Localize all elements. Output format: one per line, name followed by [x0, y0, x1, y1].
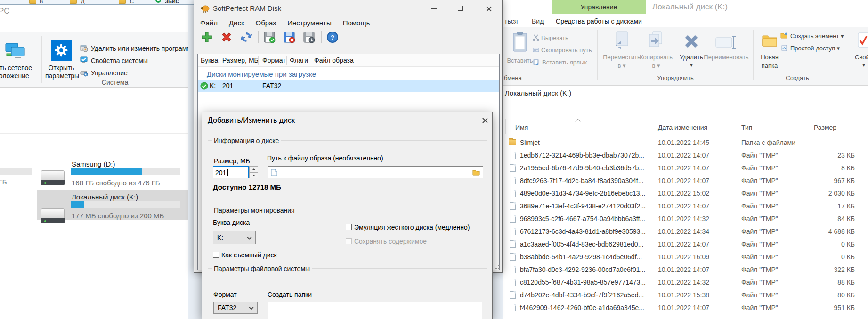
menu-item-0[interactable]: Файл [196, 17, 222, 28]
file-row[interactable]: 1edb6712-3214-469b-bb3e-dbab73072b...10.… [503, 149, 868, 162]
file-row[interactable]: c8120d55-f687-4b31-98a5-857e9771473...10… [503, 276, 868, 289]
file-type: Файл "TMP" [741, 266, 778, 273]
file-type: Файл "TMP" [741, 164, 778, 172]
desktop-icon-label: Д [81, 0, 84, 4]
file-date: 10.01.2022 14:45 [658, 139, 709, 146]
file-row[interactable]: 489e0d0e-31d3-4734-9efc-2b16ebebc13...10… [503, 187, 868, 200]
file-size: 967 КБ [786, 177, 855, 184]
file-row[interactable]: f4462909-1462-4260-bf0e-a1da69a345e...10… [503, 302, 868, 314]
size-label: Размер, МБ [214, 157, 250, 165]
column-header-letter[interactable]: Буква [201, 56, 218, 64]
file-size: 4 688 КБ [786, 228, 855, 235]
file-type: Файл "TMP" [741, 190, 778, 197]
file-icon [510, 228, 516, 235]
disk-format: FAT32 [262, 82, 281, 89]
menu-item-1[interactable]: Диск [225, 17, 249, 28]
plus-icon [201, 31, 213, 43]
file-list: Slimjet10.01.2022 14:45Папка с файлами1e… [503, 0, 868, 319]
help-button[interactable]: ? [326, 31, 339, 43]
file-row[interactable]: 67612173-6c3d-4a43-81d1-a8bf9e30593...10… [503, 225, 868, 238]
desktop-folder-icon[interactable] [119, 0, 126, 4]
file-row[interactable]: bfa7fa30-d0c3-4292-9236-00cd7a0e6f01...1… [503, 263, 868, 276]
file-row[interactable]: d74b202e-4dbf-4334-b9cf-7f9f2162a5ed...1… [503, 289, 868, 302]
column-header-size[interactable]: Размер, МБ [222, 56, 259, 64]
floppy-check-icon [263, 31, 276, 43]
drive-letter-select[interactable]: K: [213, 231, 256, 244]
hdd-emulation-label: Эмуляция жесткого диска (медленно) [354, 223, 470, 231]
file-icon [510, 164, 516, 172]
size-spin-down-button[interactable] [249, 172, 258, 178]
file-row[interactable]: 8dfc9263-7f17-4d2c-ba84-f8ad390a304f...1… [503, 175, 868, 187]
file-row[interactable]: 3689e71e-13ef-4c3f-9438-e274120d03f2...1… [503, 200, 868, 213]
delete-image-button[interactable] [283, 31, 295, 43]
file-size: 8 КБ [786, 164, 855, 172]
size-spin-up-button[interactable] [249, 166, 258, 172]
file-icon [510, 152, 516, 159]
drive-usage-fill [71, 201, 84, 208]
drive-usage-fill [71, 168, 142, 175]
file-icon [510, 266, 516, 273]
add-disk-button[interactable] [201, 31, 213, 43]
file-size: 0 КБ [786, 253, 855, 261]
file-name: 67612173-6c3d-4a43-81d1-a8bf9e30593... [520, 228, 646, 235]
format-select[interactable]: FAT32 [213, 302, 258, 314]
save-image-button[interactable] [263, 31, 276, 43]
menu-item-3[interactable]: Инструменты [283, 17, 336, 28]
desktop-strip: В Д С ЗБИС [0, 0, 194, 5]
disk-info-group-label: Информация о диске [212, 137, 281, 144]
file-row[interactable]: Slimjet10.01.2022 14:45Папка с файлами [503, 136, 868, 149]
browse-folder-icon[interactable] [472, 169, 480, 176]
help-icon: ? [326, 31, 339, 43]
file-row[interactable]: b38abbde-54b1-4a29-9298-1c4d5e06df...10.… [503, 251, 868, 263]
remove-disk-button[interactable] [220, 31, 233, 43]
file-type: Файл "TMP" [741, 215, 778, 223]
file-row[interactable]: 968993c5-c2f6-4667-a754-0a94bbb6a3ff...1… [503, 213, 868, 225]
drive-icon [41, 208, 65, 223]
desktop-app-icon[interactable] [155, 0, 161, 3]
close-button[interactable] [486, 6, 492, 12]
column-header-image-file[interactable]: Файл образа [314, 56, 354, 64]
file-icon [510, 304, 516, 311]
file-type: Файл "TMP" [741, 304, 778, 311]
size-input[interactable]: 201 [213, 166, 249, 178]
hdd-emulation-checkbox[interactable] [346, 224, 352, 230]
create-folders-textarea[interactable] [268, 302, 482, 319]
menu-item-4[interactable]: Помощь [339, 17, 374, 28]
mount-options-group-label: Параметры монтирования [212, 207, 297, 214]
file-row[interactable]: a1c3aaed-f005-4f4d-83ec-bdb62981ed0...10… [503, 238, 868, 251]
ramdisk-titlebar[interactable]: SoftPerfect RAM Disk [194, 0, 503, 16]
file-size: 322 КБ [786, 266, 855, 273]
desktop-folder-icon[interactable] [70, 0, 77, 4]
mounted-check-icon [200, 82, 208, 90]
file-icon [510, 177, 516, 184]
ramdisk-disk-row[interactable]: K: 201 FAT32 [198, 80, 499, 92]
file-name: b38abbde-54b1-4a29-9298-1c4d5e06df... [520, 253, 642, 261]
file-name: d74b202e-4dbf-4334-b9cf-7f9f2162a5ed... [520, 291, 644, 299]
floppy-delete-icon [283, 31, 295, 43]
dialog-close-button[interactable] [482, 117, 488, 124]
drive-free-space: 168 ГБ свободно из 476 ГБ [72, 179, 160, 187]
file-date: 10.01.2022 16:09 [658, 253, 709, 261]
refresh-icon [240, 31, 252, 43]
removable-disk-checkbox[interactable] [213, 252, 219, 258]
maximize-button[interactable] [458, 6, 463, 11]
ramdisk-title: SoftPerfect RAM Disk [213, 4, 281, 12]
file-date: 10.01.2022 15:38 [658, 291, 709, 299]
desktop-folder-icon[interactable] [29, 0, 36, 4]
file-row[interactable]: 2a1955ed-6b76-47d9-9b40-eb3b36d57b...10.… [503, 162, 868, 175]
file-icon [510, 240, 516, 248]
refresh-button[interactable] [240, 31, 252, 43]
left-explorer-window: PC вить сетевое положение [0, 5, 188, 319]
column-header-flags[interactable]: Флаги [290, 56, 308, 64]
image-path-input[interactable] [268, 166, 483, 178]
menu-item-2[interactable]: Образ [251, 17, 281, 28]
file-type: Файл "TMP" [741, 177, 778, 184]
file-name: 3689e71e-13ef-4c3f-9438-e274120d03f2... [520, 202, 646, 210]
file-date: 10.01.2022 14:07 [658, 177, 709, 184]
file-size: 2 030 КБ [786, 190, 855, 197]
file-type: Файл "TMP" [741, 228, 778, 235]
desktop-icon-label: В [40, 0, 43, 4]
mount-image-button[interactable] [303, 31, 315, 43]
minimize-button[interactable] [431, 8, 437, 9]
column-header-format[interactable]: Формат [262, 56, 286, 64]
